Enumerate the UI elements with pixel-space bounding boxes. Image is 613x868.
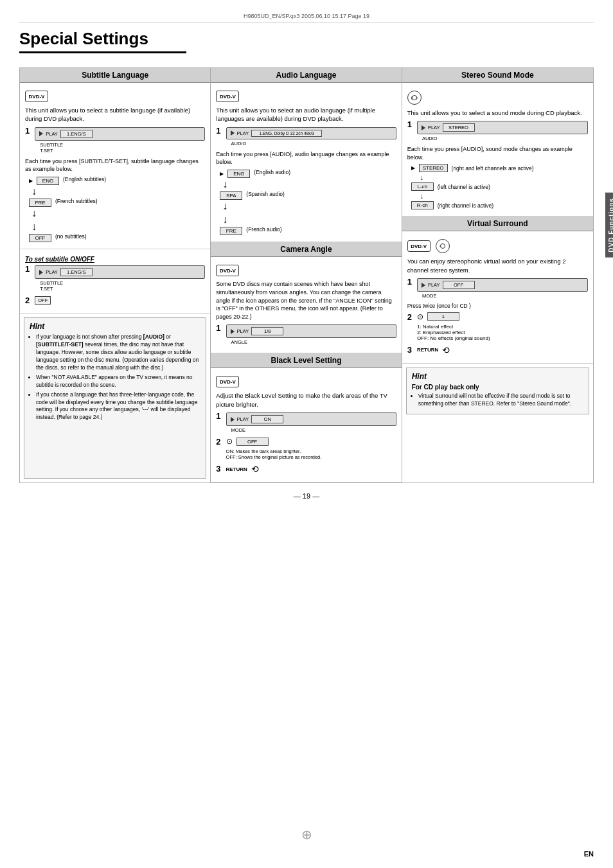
- black-device-icons: DVD-V: [216, 376, 396, 387]
- audio-step1-display: 1.ENG, Dolby D 32 2ch 48k/3: [251, 130, 322, 137]
- vs-hint-list: Virtual Surround will not be effective i…: [412, 393, 583, 408]
- subtitle-onoff-section: To set subtitle ON/OFF 1 PLAY 1.ENG/S SU…: [20, 249, 210, 314]
- subtitle-label: SUBTITLET.SET: [40, 142, 205, 154]
- onoff-step2-content: OFF: [35, 296, 205, 305]
- audio-step1-num: 1: [216, 126, 220, 136]
- onoff-play-screen: PLAY 1.ENG/S: [35, 265, 205, 279]
- subtitle-step1-display: 1.ENG/S: [60, 130, 93, 138]
- vs-hint-title: Hint: [412, 372, 583, 381]
- vs-return-row: RETURN ⟲: [417, 345, 588, 355]
- subtitle-language-col: Subtitle Language DVD-V This unit allows…: [20, 68, 211, 483]
- stereo-display: STEREO: [443, 123, 475, 132]
- black-play-screen: PLAY ON: [226, 412, 396, 426]
- black-step1-content: PLAY ON MODE: [226, 411, 396, 433]
- black-return-label: RETURN: [226, 466, 247, 472]
- stereo-arrow1: ↓: [420, 173, 588, 181]
- fre-desc: (French subtitles): [55, 198, 98, 206]
- audio-spa-box: SPA: [220, 191, 242, 200]
- camera-section: Camera Angle DVD-V Some DVD discs may co…: [211, 242, 401, 353]
- black-play-label: PLAY: [237, 416, 249, 422]
- black-on-desc: ON: Makes the dark areas brighter.: [226, 448, 301, 454]
- vs-body: DVD-V CD You can enjoy stereophonic virt…: [402, 231, 593, 363]
- main-grid: Subtitle Language DVD-V This unit allows…: [19, 67, 594, 483]
- stereo-step1-num: 1: [407, 120, 412, 129]
- audio-play-screen: PLAY 1.ENG, Dolby D 32 2ch 48k/3: [226, 127, 396, 139]
- subtitle-off-row: OFF (no subtitles): [29, 233, 205, 243]
- top-bar: H9805UD_EN/SP.qx3 2005.06.10 15:17 Page …: [19, 13, 594, 22]
- eng-desc: (English subtitles): [63, 176, 106, 184]
- black-step2-inner: ⊙ OFF: [226, 437, 396, 446]
- audio-btn-label: AUDIO: [231, 141, 396, 146]
- audio-step1: 1 PLAY 1.ENG, Dolby D 32 2ch 48k/3 AUDIO: [216, 126, 396, 146]
- black-off-desc: OFF: Shows the original picture as recor…: [226, 454, 322, 460]
- lch-desc: (left channel is active): [438, 184, 490, 190]
- subtitle-onoff-step1: 1 PLAY 1.ENG/S SUBTITLET.SET: [25, 264, 205, 292]
- stereo-each-time: Each time you press [AUDIO], sound mode …: [407, 145, 588, 161]
- black-dvd-icon: DVD-V: [216, 376, 239, 387]
- audio-fre-row: FRE (French audio): [220, 226, 396, 236]
- camera-play-label: PLAY: [237, 328, 249, 334]
- rch-row: R-ch (right channel is active): [411, 201, 588, 209]
- vs-dvd-icon: DVD-V: [407, 240, 431, 252]
- vs-play-screen: PLAY OFF: [417, 278, 588, 292]
- vs-return-icon: ⟲: [442, 345, 450, 355]
- subtitle-hint-title: Hint: [30, 322, 200, 331]
- eng-box: ENG: [37, 177, 59, 185]
- top-bar-text: H9805UD_EN/SP.qx3 2005.06.10 15:17 Page …: [244, 13, 369, 19]
- rch-desc: (right channel is active): [438, 202, 493, 209]
- black-display-on: ON: [251, 415, 283, 423]
- vs-step1-content: PLAY OFF MODE: [417, 277, 588, 299]
- play-triangle: [39, 131, 43, 136]
- rch-box: R-ch: [411, 201, 434, 209]
- black-return-row: RETURN ⟲: [226, 464, 396, 474]
- page-en: EN: [584, 850, 594, 858]
- vs-step2-content: ⊙ 1 1: Natural effect 2: Emphasized effe…: [417, 312, 588, 341]
- col3-inner: Stereo Sound Mode CD This unit allows yo…: [402, 68, 593, 483]
- subtitle-fre-row: FRE (French subtitles): [29, 198, 205, 208]
- black-step1: 1 PLAY ON MODE: [216, 411, 396, 433]
- audio-eng-row: ▶ ENG (English audio): [220, 169, 396, 179]
- vs-effect2: 2: Emphasized effect: [417, 330, 588, 335]
- black-header: Black Level Setting: [211, 353, 401, 368]
- audio-play-label: PLAY: [237, 130, 249, 136]
- vs-step3-content: RETURN ⟲: [417, 345, 588, 355]
- audio-dvd-icon: DVD-V: [216, 91, 239, 102]
- audio-step1-content: PLAY 1.ENG, Dolby D 32 2ch 48k/3 AUDIO: [226, 126, 396, 146]
- audio-play-tri: [231, 130, 235, 136]
- vs-header: Virtual Surround: [402, 217, 593, 231]
- black-display-off: OFF: [236, 438, 269, 446]
- audio-header: Audio Language: [211, 68, 401, 83]
- vs-step2-inner: ⊙ 1: [417, 312, 588, 321]
- camera-play-screen: PLAY 1/8: [226, 324, 396, 338]
- black-step1-num: 1: [216, 411, 220, 421]
- vs-step2: 2 ⊙ 1 1: Natural effect 2: Emphasized ef…: [407, 312, 588, 341]
- vs-effect3: OFF: No effects (original sound): [417, 335, 588, 341]
- stereo-audio-btn: AUDIO: [422, 136, 588, 141]
- audio-fre-box: FRE: [220, 227, 242, 235]
- camera-step1: 1 PLAY 1/8 ANGLE: [216, 323, 396, 345]
- subtitle-each-time: Each time you press [SUBTITLE/T-SET], su…: [25, 157, 205, 173]
- subtitle-step1-remote: PLAY: [46, 131, 58, 137]
- stereo-play-tri: [422, 125, 425, 130]
- step1-num: 1: [25, 126, 30, 136]
- camera-step1-content: PLAY 1/8 ANGLE: [226, 323, 396, 345]
- vs-step1-num: 1: [407, 277, 412, 287]
- camera-desc: Some DVD discs may contain scenes which …: [216, 280, 396, 321]
- page-wrapper: H9805UD_EN/SP.qx3 2005.06.10 15:17 Page …: [0, 0, 613, 868]
- lch-row: L-ch (left channel is active): [411, 182, 588, 191]
- subtitle-hint-list: If your language is not shown after pres…: [30, 333, 200, 421]
- stereo-desc-txt: (right and left channels are active): [452, 165, 534, 172]
- hint-bullet-2: When "NOT AVAILABLE" appears on the TV s…: [36, 374, 200, 389]
- subtitle-eng-row: ▶ ENG (English subtitles): [29, 176, 205, 186]
- onoff-step2-num: 2: [25, 296, 30, 305]
- audio-eng-desc: (English audio): [254, 169, 290, 177]
- onoff-play-label: PLAY: [46, 269, 58, 275]
- cd-icon: CD: [407, 91, 422, 105]
- audio-arrow2: ↓: [222, 200, 227, 211]
- black-level-section: Black Level Setting DVD-V Adjust the Bla…: [211, 353, 401, 483]
- vs-device-icons: DVD-V CD: [407, 239, 588, 253]
- audio-arrow3: ↓: [222, 214, 227, 225]
- vs-hint-bullet-1: Virtual Surround will not be effective i…: [418, 393, 583, 408]
- arrow1: ↓: [31, 186, 37, 197]
- audio-col: Audio Language DVD-V This unit allows yo…: [211, 68, 402, 483]
